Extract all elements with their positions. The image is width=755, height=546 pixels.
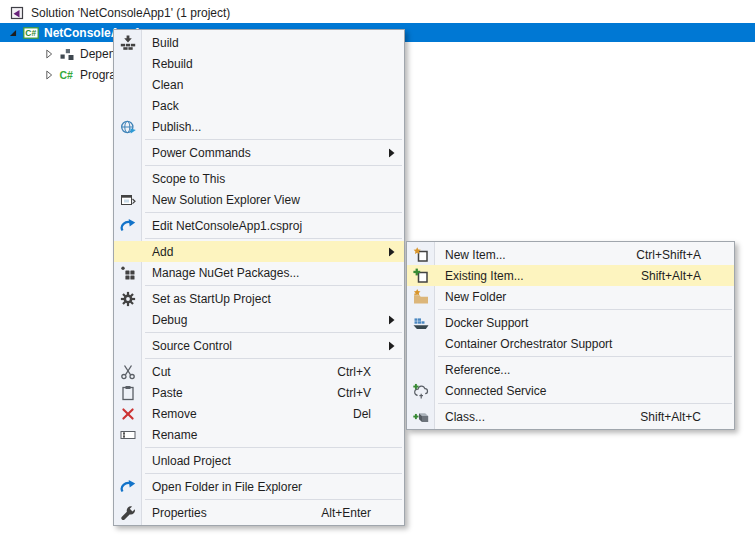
menu-item-label: Edit NetConsoleApp1.csproj	[152, 218, 302, 234]
menu-separator	[438, 309, 732, 310]
menu-item-add[interactable]: Add	[114, 241, 404, 262]
menu-item-reference[interactable]: Reference...	[407, 359, 734, 380]
menu-item-label: Pack	[152, 98, 179, 114]
menu-item-label: Manage NuGet Packages...	[152, 265, 299, 281]
menu-item-paste[interactable]: PasteCtrl+V	[114, 382, 404, 403]
menu-item-unload-project[interactable]: Unload Project	[114, 450, 404, 471]
menu-item-label: Publish...	[152, 119, 201, 135]
publish-icon	[120, 119, 136, 135]
menu-item-label: Connected Service	[445, 383, 546, 399]
menu-item-label: New Solution Explorer View	[152, 192, 300, 208]
open-folder-icon	[120, 479, 136, 495]
menu-item-build[interactable]: Build	[114, 32, 404, 53]
menu-item-cut[interactable]: CutCtrl+X	[114, 361, 404, 382]
submenu-arrow-icon	[389, 341, 395, 350]
menu-item-rename[interactable]: Rename	[114, 424, 404, 445]
menu-item-label: Power Commands	[152, 145, 251, 161]
menu-item-shortcut: Shift+Alt+A	[641, 269, 725, 283]
menu-item-remove[interactable]: RemoveDel	[114, 403, 404, 424]
menu-separator	[438, 356, 732, 357]
menu-item-new-item[interactable]: New Item...Ctrl+Shift+A	[407, 244, 734, 265]
menu-item-label: Unload Project	[152, 453, 231, 469]
menu-item-shortcut: Del	[353, 407, 395, 421]
svg-text:C#: C#	[60, 69, 74, 81]
menu-item-docker-support[interactable]: Docker Support	[407, 312, 734, 333]
menu-item-label: Add	[152, 244, 173, 260]
menu-item-label: New Item...	[445, 247, 506, 263]
menu-separator	[145, 499, 402, 500]
gear-icon	[120, 291, 136, 307]
menu-separator	[145, 238, 402, 239]
menu-item-existing-item[interactable]: Existing Item...Shift+Alt+A	[407, 265, 734, 286]
menu-item-shortcut: Alt+Enter	[321, 506, 395, 520]
menu-item-label: Debug	[152, 312, 187, 328]
menu-item-shortcut: Ctrl+X	[337, 365, 395, 379]
menu-item-label: Properties	[152, 505, 207, 521]
menu-item-container-orchestrator-support[interactable]: Container Orchestrator Support	[407, 333, 734, 354]
menu-item-connected-service[interactable]: Connected Service	[407, 380, 734, 401]
menu-item-debug[interactable]: Debug	[114, 309, 404, 330]
existing-item-icon	[413, 268, 429, 284]
menu-item-label: Remove	[152, 406, 197, 422]
solution-root-row[interactable]: Solution 'NetConsoleApp1' (1 project)	[0, 3, 230, 22]
menu-item-set-as-startup-project[interactable]: Set as StartUp Project	[114, 288, 404, 309]
remove-icon	[120, 406, 136, 422]
dependencies-icon	[59, 46, 75, 62]
wrench-icon	[120, 505, 136, 521]
submenu-arrow-icon	[389, 315, 395, 324]
menu-separator	[145, 212, 402, 213]
docker-icon	[413, 315, 429, 331]
menu-item-scope-to-this[interactable]: Scope to This	[114, 168, 404, 189]
edit-project-file-icon	[120, 218, 136, 234]
rename-icon	[120, 427, 136, 443]
svg-text:C#: C#	[25, 28, 36, 38]
menu-item-source-control[interactable]: Source Control	[114, 335, 404, 356]
expander-collapsed-icon[interactable]	[42, 47, 56, 61]
menu-item-publish[interactable]: Publish...	[114, 116, 404, 137]
new-item-icon	[413, 247, 429, 263]
menu-item-new-folder[interactable]: New Folder	[407, 286, 734, 307]
menu-item-shortcut: Ctrl+V	[337, 386, 395, 400]
submenu-arrow-icon	[389, 148, 395, 157]
menu-item-label: Scope to This	[152, 171, 225, 187]
menu-separator	[145, 332, 402, 333]
menu-item-new-solution-explorer-view[interactable]: New Solution Explorer View	[114, 189, 404, 210]
menu-item-clean[interactable]: Clean	[114, 74, 404, 95]
menu-item-label: Rename	[152, 427, 197, 443]
cut-icon	[120, 364, 136, 380]
menu-item-open-folder-in-file-explorer[interactable]: Open Folder in File Explorer	[114, 476, 404, 497]
build-icon	[120, 35, 136, 51]
menu-item-power-commands[interactable]: Power Commands	[114, 142, 404, 163]
menu-item-label: Docker Support	[445, 315, 528, 331]
menu-separator	[438, 403, 732, 404]
add-submenu: New Item...Ctrl+Shift+AExisting Item...S…	[406, 241, 735, 430]
connected-service-icon	[413, 383, 429, 399]
menu-item-properties[interactable]: PropertiesAlt+Enter	[114, 502, 404, 523]
menu-item-class[interactable]: Class...Shift+Alt+C	[407, 406, 734, 427]
solution-icon	[9, 5, 25, 21]
menu-item-edit-netconsoleapp1-csproj[interactable]: Edit NetConsoleApp1.csproj	[114, 215, 404, 236]
menu-item-label: Build	[152, 35, 179, 51]
menu-item-rebuild[interactable]: Rebuild	[114, 53, 404, 74]
expander-expanded-icon[interactable]	[6, 26, 20, 40]
solution-explorer-pane: Solution 'NetConsoleApp1' (1 project) C#…	[0, 0, 755, 546]
menu-item-label: Rebuild	[152, 56, 193, 72]
menu-item-shortcut: Shift+Alt+C	[640, 410, 725, 424]
menu-item-label: Source Control	[152, 338, 232, 354]
submenu-arrow-icon	[389, 247, 395, 256]
menu-item-label: Container Orchestrator Support	[445, 336, 612, 352]
menu-separator	[145, 285, 402, 286]
new-solution-explorer-view-icon	[120, 192, 136, 208]
menu-item-label: Class...	[445, 409, 485, 425]
menu-item-pack[interactable]: Pack	[114, 95, 404, 116]
menu-separator	[145, 165, 402, 166]
project-context-menu: BuildRebuildCleanPackPublish...Power Com…	[113, 29, 405, 526]
menu-item-label: Paste	[152, 385, 183, 401]
menu-separator	[145, 358, 402, 359]
menu-separator	[145, 473, 402, 474]
paste-icon	[120, 385, 136, 401]
menu-item-manage-nuget-packages[interactable]: Manage NuGet Packages...	[114, 262, 404, 283]
menu-separator	[145, 139, 402, 140]
new-folder-icon	[413, 289, 429, 305]
expander-collapsed-icon[interactable]	[42, 68, 56, 82]
